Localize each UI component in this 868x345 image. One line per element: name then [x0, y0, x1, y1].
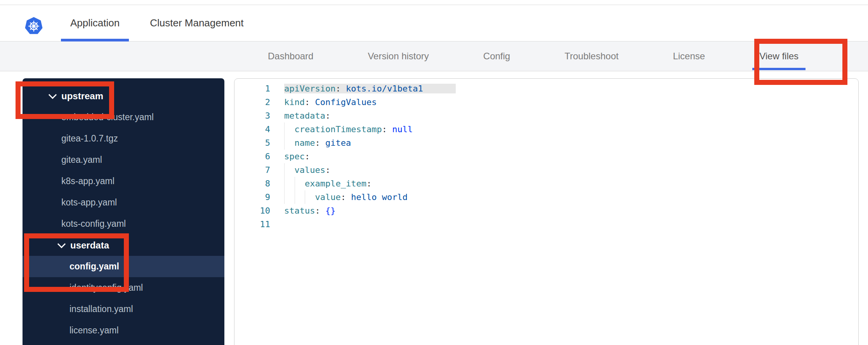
yaml-token-key: kind	[284, 97, 305, 107]
file-tree-sidebar: upstream embedded-cluster.yaml gitea-1.0…	[23, 78, 224, 345]
line-number: 2	[234, 95, 274, 109]
line-number: 7	[234, 163, 274, 177]
code-line: 4 creationTimestamp: null	[234, 122, 858, 136]
file-tree-row-kots-app.yaml[interactable]: kots-app.yaml	[23, 192, 224, 213]
yaml-token-kw: null	[387, 124, 413, 134]
yaml-token-key: status	[284, 206, 315, 216]
line-number: 5	[234, 136, 274, 150]
code-editor[interactable]: 1 apiVersion: kots.io/v1beta1 2 kind: Co…	[234, 78, 859, 345]
code-line-content: example_item:	[274, 177, 858, 190]
code-line: 7 values:	[234, 163, 858, 177]
yaml-token-colon: :	[382, 124, 387, 134]
code-line-content: metadata:	[274, 109, 858, 122]
yaml-token-colon: :	[305, 152, 310, 161]
indent-guide	[284, 122, 295, 136]
yaml-token-key: value	[315, 192, 341, 202]
line-number: 6	[234, 150, 274, 163]
file-tree-row-gitea.yaml[interactable]: gitea.yaml	[23, 149, 224, 171]
yaml-token-colon: :	[325, 165, 330, 175]
code-line-content: status: {}	[274, 204, 858, 217]
file-tree-label: installation.yaml	[69, 304, 133, 314]
subnav-item-config[interactable]: Config	[483, 41, 510, 71]
line-number: 4	[234, 122, 274, 136]
code-line: 11	[234, 217, 858, 231]
code-line: 8 example_item:	[234, 177, 858, 190]
code-line: 3 metadata:	[234, 109, 858, 122]
line-number: 11	[234, 217, 274, 231]
file-tree-row-installation.yaml[interactable]: installation.yaml	[23, 298, 224, 320]
yaml-token-colon: :	[325, 111, 330, 121]
code-line: 2 kind: ConfigValues	[234, 95, 858, 109]
yaml-token-colon: :	[305, 97, 310, 107]
file-tree-label: userdata	[70, 240, 109, 251]
header-tab-application[interactable]: Application	[61, 5, 129, 41]
subnav-item-troubleshoot[interactable]: Troubleshoot	[564, 41, 618, 71]
file-tree-label: gitea-1.0.7.tgz	[61, 133, 118, 144]
code-line-content: apiVersion: kots.io/v1beta1	[274, 82, 858, 95]
code-line-content: spec:	[274, 150, 858, 163]
header-tab-bar: Application Cluster Management	[61, 5, 253, 41]
code-line-content: value: hello world	[274, 190, 858, 204]
subnav-item-license[interactable]: License	[673, 41, 705, 71]
yaml-token-colon: :	[335, 84, 340, 93]
file-tree-row-identityconfig.yaml[interactable]: identityconfig.yaml	[23, 277, 224, 298]
chevron-down-icon	[57, 240, 66, 248]
yaml-token-key: creationTimestamp	[295, 124, 382, 134]
code-line: 9 value: hello world	[234, 190, 858, 204]
code-line-content: values:	[274, 163, 858, 177]
subnav-item-label: Dashboard	[268, 51, 313, 62]
line-number: 9	[234, 190, 274, 204]
file-tree-label: embedded-cluster.yaml	[61, 112, 154, 122]
line-number: 3	[234, 109, 274, 122]
yaml-token-colon: :	[315, 138, 320, 148]
yaml-token-colon: :	[366, 179, 372, 188]
yaml-token-str: ConfigValues	[310, 97, 377, 107]
code-line-content: creationTimestamp: null	[274, 122, 858, 136]
line-number: 8	[234, 177, 274, 190]
app-header: Application Cluster Management	[0, 5, 868, 41]
file-tree-row-k8s-app.yaml[interactable]: k8s-app.yaml	[23, 171, 224, 192]
subnav-item-label: License	[673, 51, 705, 62]
subnav-item-label: Version history	[368, 51, 429, 62]
line-number: 10	[234, 204, 274, 217]
subnav-item-version-history[interactable]: Version history	[368, 41, 429, 71]
yaml-token-str: kots.io/v1beta1	[341, 84, 423, 93]
indent-guide	[284, 177, 295, 190]
file-tree-label: kots-app.yaml	[61, 197, 117, 208]
kubernetes-logo-icon	[24, 17, 43, 35]
yaml-token-key: metadata	[284, 111, 325, 121]
file-tree-row-upstream[interactable]: upstream	[23, 85, 224, 107]
file-tree-label: config.yaml	[69, 261, 119, 272]
window-top-strip	[0, 0, 868, 5]
file-tree-label: gitea.yaml	[61, 155, 102, 165]
yaml-token-kw: {}	[320, 206, 336, 216]
code-line: 6 spec:	[234, 150, 858, 163]
yaml-token-key: values	[295, 165, 325, 175]
chevron-down-icon	[49, 91, 57, 99]
line-number: 1	[234, 82, 274, 95]
indent-guide	[295, 177, 305, 190]
file-tree-row-kots-config.yaml[interactable]: kots-config.yaml	[23, 213, 224, 235]
file-tree-row-userdata[interactable]: userdata	[23, 235, 224, 256]
code-line-content: name: gitea	[274, 136, 858, 150]
subnav-item-label: Troubleshoot	[564, 51, 618, 62]
subnav-item-view-files[interactable]: View files	[759, 41, 799, 71]
app-subnav: Dashboard Version history Config Trouble…	[0, 41, 868, 71]
subnav-item-label: View files	[759, 51, 799, 62]
yaml-token-colon: :	[315, 206, 320, 216]
yaml-token-key: apiVersion	[284, 84, 335, 93]
file-tree-label: identityconfig.yaml	[69, 283, 143, 293]
file-tree-row-config.yaml[interactable]: config.yaml	[23, 256, 224, 277]
yaml-token-str: gitea	[320, 138, 351, 148]
header-tab-cluster-management[interactable]: Cluster Management	[141, 5, 253, 41]
file-tree-row-license.yaml[interactable]: license.yaml	[23, 320, 224, 341]
file-tree-label: k8s-app.yaml	[61, 176, 115, 186]
file-tree-label: license.yaml	[69, 325, 119, 336]
header-tab-label: Cluster Management	[150, 17, 243, 29]
code-line: 1 apiVersion: kots.io/v1beta1	[234, 82, 858, 95]
subnav-item-dashboard[interactable]: Dashboard	[268, 41, 313, 71]
indent-guide	[284, 136, 295, 150]
file-tree-row-gitea-1.0.7.tgz[interactable]: gitea-1.0.7.tgz	[23, 128, 224, 149]
indent-guide	[295, 190, 305, 204]
file-tree-row-embedded-cluster.yaml[interactable]: embedded-cluster.yaml	[23, 107, 224, 128]
